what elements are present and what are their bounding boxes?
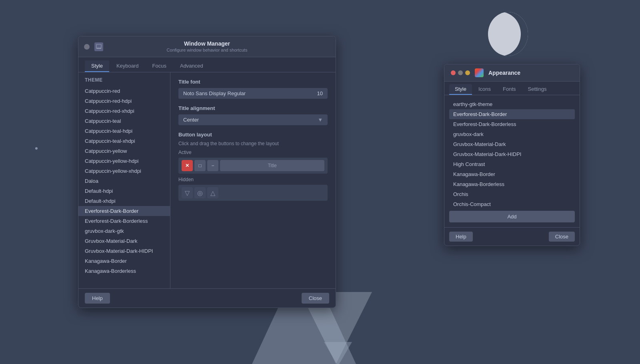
- list-item-selected[interactable]: Everforest-Dark-Border: [449, 109, 575, 119]
- list-item[interactable]: High Contrast: [449, 159, 575, 169]
- wm-body: Theme Catppuccin-red Catppuccin-red-hdpi…: [78, 72, 336, 288]
- app-close-button[interactable]: Close: [549, 232, 575, 242]
- app-help-button[interactable]: Help: [449, 232, 473, 242]
- tab-style[interactable]: Style: [85, 60, 109, 72]
- minimize-window-btn[interactable]: −: [207, 160, 218, 171]
- svg-rect-1: [96, 48, 101, 49]
- app-titlebar: Appearance: [444, 64, 580, 82]
- wm-icon: [94, 42, 103, 51]
- list-item[interactable]: Gruvbox-Material-Dark-HIDPI: [78, 246, 170, 256]
- list-item[interactable]: Catppuccin-teal-xhdpi: [78, 136, 170, 146]
- list-item[interactable]: Kanagawa-Borderless: [449, 179, 575, 189]
- hidden-btn-3[interactable]: △: [207, 187, 218, 198]
- app-title: Appearance: [488, 70, 520, 76]
- bullet-dot: [35, 147, 38, 150]
- wm-close-button[interactable]: Close: [302, 293, 329, 304]
- list-item[interactable]: Orchis-Compact: [449, 199, 575, 209]
- list-item[interactable]: Orchis: [449, 189, 575, 199]
- list-item[interactable]: gruvbox-dark: [449, 129, 575, 139]
- close-window-btn[interactable]: ✕: [182, 160, 193, 171]
- active-label: Active: [178, 150, 328, 155]
- theme-list-panel: Theme Catppuccin-red Catppuccin-red-hdpi…: [78, 72, 170, 288]
- app-tab-fonts[interactable]: Fonts: [497, 84, 522, 95]
- font-size: 10: [317, 90, 323, 96]
- list-item[interactable]: gruvbox-dark-gtk: [78, 226, 170, 236]
- alignment-value: Center: [183, 117, 199, 123]
- hidden-btn-2[interactable]: ◎: [194, 187, 206, 198]
- app-close-btn[interactable]: [451, 70, 456, 75]
- wm-tabs: Style Keyboard Focus Advanced: [78, 57, 336, 72]
- hidden-label: Hidden: [178, 177, 328, 182]
- list-item[interactable]: earthy-gtk-theme: [449, 99, 575, 109]
- wm-main-title: Window Manager: [167, 40, 248, 47]
- title-font-label: Title font: [178, 79, 328, 85]
- tab-keyboard[interactable]: Keyboard: [110, 60, 145, 72]
- wm-titlebar: Window Manager Configure window behavior…: [78, 36, 336, 57]
- svg-rect-0: [96, 44, 101, 48]
- app-min-btn[interactable]: [458, 70, 463, 75]
- wm-right-panel: Title font Noto Sans Display Regular 10 …: [170, 72, 336, 288]
- list-item-selected[interactable]: Everforest-Dark-Border: [78, 206, 170, 216]
- app-max-btn[interactable]: [465, 70, 470, 75]
- wm-help-button[interactable]: Help: [85, 293, 110, 304]
- list-item[interactable]: Everforest-Dark-Borderless: [449, 119, 575, 129]
- button-layout-desc: Click and drag the buttons to change the…: [178, 141, 328, 146]
- app-tab-settings[interactable]: Settings: [522, 84, 552, 95]
- hidden-btn-1[interactable]: ▽: [182, 187, 193, 198]
- moon-decoration: [488, 12, 528, 56]
- dropdown-arrow-icon: ▼: [318, 117, 323, 123]
- list-item[interactable]: Gruvbox-Material-Dark: [78, 236, 170, 246]
- alignment-dropdown[interactable]: Center ▼: [178, 114, 328, 125]
- wm-dialog-title: Window Manager Configure window behavior…: [167, 40, 248, 53]
- button-layout-section: Button layout Click and drag the buttons…: [178, 132, 328, 201]
- appearance-dialog: Appearance Style Icons Fonts Settings ea…: [444, 64, 580, 246]
- list-item[interactable]: Catppuccin-red: [78, 86, 170, 96]
- tab-focus[interactable]: Focus: [146, 60, 173, 72]
- list-item[interactable]: Gruvbox-Material-Dark-HIDPI: [449, 149, 575, 159]
- list-item[interactable]: Default-xhdpi: [78, 196, 170, 206]
- wm-close-btn[interactable]: [84, 44, 90, 50]
- app-footer: Help Close: [444, 227, 580, 246]
- wm-icon-svg: [96, 44, 102, 50]
- list-item[interactable]: Catppuccin-teal-hdpi: [78, 126, 170, 136]
- button-layout-label: Button layout: [178, 132, 328, 138]
- list-item[interactable]: Catppuccin-yellow-xhdpi: [78, 166, 170, 176]
- list-item[interactable]: Gruvbox-Material-Dark: [449, 139, 575, 149]
- tab-advanced[interactable]: Advanced: [174, 60, 210, 72]
- list-item[interactable]: Default-hdpi: [78, 186, 170, 196]
- list-item[interactable]: Catppuccin-yellow-hdpi: [78, 156, 170, 166]
- list-item[interactable]: Kanagawa-Border: [449, 169, 575, 179]
- app-tabs: Style Icons Fonts Settings: [444, 82, 580, 95]
- theme-list-header: Theme: [78, 77, 170, 86]
- list-item[interactable]: Catppuccin-red-xhdpi: [78, 106, 170, 116]
- list-item[interactable]: Kanagawa-Borderless: [78, 266, 170, 276]
- list-item[interactable]: Daloa: [78, 176, 170, 186]
- maximize-window-btn[interactable]: □: [194, 160, 206, 171]
- add-button[interactable]: Add: [449, 211, 575, 222]
- list-item[interactable]: Everforest-Dark-Borderless: [78, 216, 170, 226]
- wm-subtitle: Configure window behavior and shortcuts: [167, 48, 248, 52]
- font-row[interactable]: Noto Sans Display Regular 10: [178, 88, 328, 99]
- app-tab-style[interactable]: Style: [449, 84, 472, 95]
- wm-footer: Help Close: [78, 288, 336, 308]
- app-body: earthy-gtk-theme Everforest-Dark-Border …: [444, 95, 580, 227]
- list-item[interactable]: Catppuccin-yellow: [78, 146, 170, 156]
- traffic-lights: [451, 70, 470, 75]
- list-item[interactable]: Catppuccin-teal: [78, 116, 170, 126]
- active-button-row: ✕ □ − Title: [178, 158, 328, 174]
- app-icon: [475, 68, 484, 77]
- font-name: Noto Sans Display Regular: [183, 90, 246, 96]
- list-item[interactable]: Catppuccin-red-hdpi: [78, 96, 170, 106]
- app-tab-icons[interactable]: Icons: [473, 84, 496, 95]
- wm-dialog: Window Manager Configure window behavior…: [78, 36, 336, 308]
- hidden-button-row: ▽ ◎ △: [178, 185, 328, 201]
- title-alignment-label: Title alignment: [178, 105, 328, 111]
- title-spacer: Title: [220, 160, 324, 171]
- list-item[interactable]: Kanagawa-Border: [78, 256, 170, 266]
